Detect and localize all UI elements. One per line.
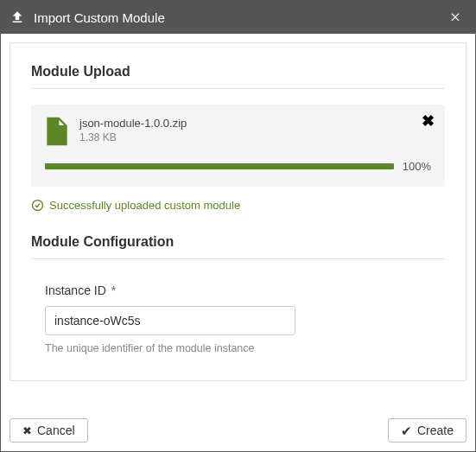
upload-section: Module Upload json-module-1.0.0.zip 1.38… [31,64,445,212]
dialog-body: Module Upload json-module-1.0.0.zip 1.38… [1,34,475,413]
create-button-label: Create [417,423,454,437]
upload-status: Successfully uploaded custom module [31,199,445,212]
import-module-dialog: Import Custom Module Module Upload [0,0,476,452]
close-button[interactable] [444,8,466,27]
file-icon [45,117,69,146]
instance-id-help: The unique identifier of the module inst… [45,342,431,354]
divider [31,88,445,89]
dialog-header: Import Custom Module [1,1,475,34]
create-button[interactable]: ✔ Create [388,418,466,442]
svg-point-0 [33,201,43,211]
cancel-icon: ✖ [22,425,32,436]
upload-progress-bar [45,163,394,169]
remove-file-button[interactable]: ✖ [422,113,435,129]
upload-icon [10,10,25,25]
upload-file-box: json-module-1.0.0.zip 1.38 KB ✖ 100% [31,105,445,187]
cancel-button[interactable]: ✖ Cancel [10,418,88,442]
config-section: Module Configuration Instance ID * The u… [31,234,445,354]
success-icon [31,199,44,212]
dialog-title: Import Custom Module [34,10,435,25]
upload-progress-text: 100% [403,160,431,173]
upload-section-title: Module Upload [31,64,445,86]
cancel-button-label: Cancel [37,423,75,437]
file-name: json-module-1.0.0.zip [79,117,431,130]
check-icon: ✔ [401,424,412,437]
instance-id-label-text: Instance ID [45,283,106,297]
file-size: 1.38 KB [79,131,431,143]
close-icon [449,9,461,26]
dialog-footer: ✖ Cancel ✔ Create [1,413,475,451]
instance-id-field-group: Instance ID * The unique identifier of t… [31,275,445,354]
upload-status-text: Successfully uploaded custom module [49,199,240,212]
instance-id-label: Instance ID * [45,283,431,297]
instance-id-input[interactable] [45,306,295,335]
config-section-title: Module Configuration [31,234,445,257]
required-marker: * [111,283,116,297]
remove-icon: ✖ [422,112,435,130]
divider [31,258,445,259]
content-panel: Module Upload json-module-1.0.0.zip 1.38… [10,42,466,381]
